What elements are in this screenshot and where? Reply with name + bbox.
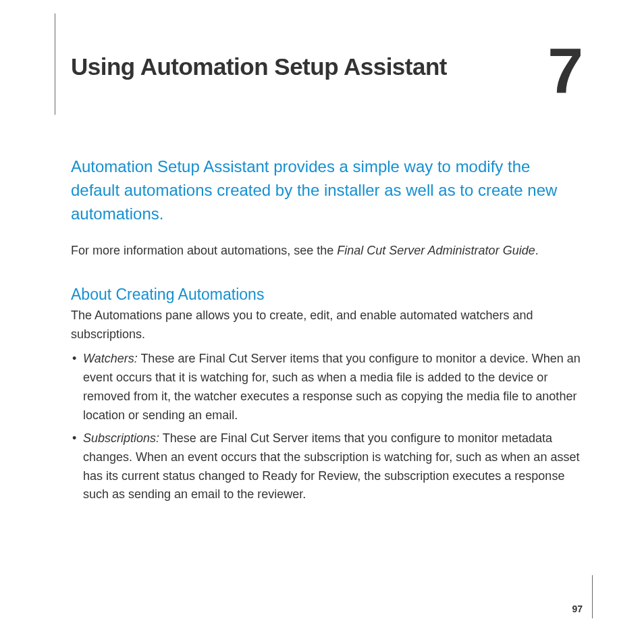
chapter-content: Automation Setup Assistant provides a si… bbox=[51, 115, 583, 504]
page-number: 97 bbox=[572, 603, 583, 614]
chapter-title: Using Automation Setup Assistant bbox=[71, 54, 583, 80]
more-info-prefix: For more information about automations, … bbox=[71, 244, 337, 257]
intro-paragraph: Automation Setup Assistant provides a si… bbox=[71, 155, 583, 225]
more-info-paragraph: For more information about automations, … bbox=[71, 242, 583, 260]
bullet-list: Watchers: These are Final Cut Server ite… bbox=[71, 350, 583, 504]
section-body: The Automations pane allows you to creat… bbox=[71, 306, 583, 344]
list-item: Subscriptions: These are Final Cut Serve… bbox=[71, 429, 583, 505]
bullet-text: These are Final Cut Server items that yo… bbox=[83, 352, 581, 422]
guide-reference: Final Cut Server Administrator Guide bbox=[337, 244, 535, 257]
page-number-container: 97 bbox=[572, 575, 593, 618]
document-page: Using Automation Setup Assistant 7 Autom… bbox=[0, 0, 644, 644]
bullet-label: Subscriptions: bbox=[83, 431, 159, 445]
list-item: Watchers: These are Final Cut Server ite… bbox=[71, 350, 583, 425]
more-info-suffix: . bbox=[535, 244, 539, 257]
header-vertical-rule bbox=[55, 14, 55, 115]
bullet-label: Watchers: bbox=[83, 352, 138, 365]
chapter-header: Using Automation Setup Assistant 7 bbox=[51, 7, 583, 115]
chapter-number: 7 bbox=[547, 39, 583, 103]
section-heading: About Creating Automations bbox=[71, 286, 583, 304]
